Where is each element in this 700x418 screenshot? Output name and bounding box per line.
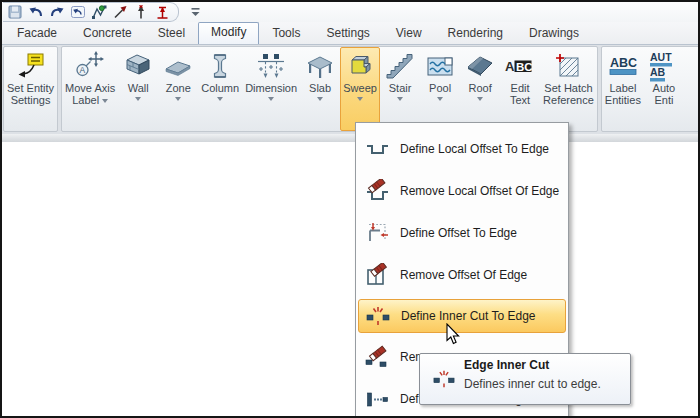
stair-button[interactable]: Stair xyxy=(380,47,420,131)
dimension-icon xyxy=(255,50,287,82)
column-icon xyxy=(204,50,236,82)
slab-icon xyxy=(304,50,336,82)
ribbon-button-label: Sweep xyxy=(343,82,377,94)
auto-label-entities-icon: AUTAB xyxy=(648,50,680,82)
label-entities-icon: ABC xyxy=(607,50,639,82)
menu-item-define-inner-cut[interactable]: Define Inner Cut To Edge xyxy=(358,299,566,333)
dropdown-arrow-icon xyxy=(357,97,363,101)
wall-button[interactable]: Wall xyxy=(118,47,158,131)
dropdown-arrow-icon xyxy=(175,97,181,101)
dropdown-arrow-icon xyxy=(317,97,323,101)
tab-tools[interactable]: Tools xyxy=(259,23,313,44)
remove-offset-icon xyxy=(365,263,389,287)
tab-view[interactable]: View xyxy=(383,23,435,44)
ribbon-button-label: Set Entity xyxy=(7,82,54,94)
ribbon-button-label: Stair xyxy=(389,82,412,94)
menu-item-label: Define Inner Cut To Edge xyxy=(401,309,536,323)
ribbon-button-label: Dimension xyxy=(245,82,297,94)
set-hatch-reference-button[interactable]: Set Hatch Reference xyxy=(540,47,597,131)
ribbon-tab-bar: Facade Concrete Steel Modify Tools Setti… xyxy=(2,22,698,44)
ribbon-button-label: Pool xyxy=(429,82,451,94)
slab-button[interactable]: Slab xyxy=(300,47,340,131)
ribbon-group-entity: Set Entity Settings xyxy=(3,46,58,132)
ribbon-group-labels: ABC Label Entities AUTAB Auto Enti xyxy=(601,46,700,132)
end-cut-icon xyxy=(365,387,389,411)
menu-item-label: Remove Local Offset Of Edge xyxy=(400,184,559,198)
save-icon[interactable] xyxy=(6,4,23,20)
ribbon-button-label: Column xyxy=(201,82,239,94)
inner-cut-icon xyxy=(366,304,390,328)
column-button[interactable]: Column xyxy=(198,47,242,131)
ribbon-button-label: Zone xyxy=(166,82,191,94)
pool-icon xyxy=(424,50,456,82)
ribbon-group-modify-tools: A Move Axis Label Wall Zone xyxy=(61,46,598,132)
quick-access-group xyxy=(3,2,179,22)
ribbon: Set Entity Settings A Move Axis Label Wa… xyxy=(2,44,698,134)
tab-drawings[interactable]: Drawings xyxy=(516,23,592,44)
menu-item-remove-offset[interactable]: Remove Offset Of Edge xyxy=(356,254,568,296)
tab-rendering[interactable]: Rendering xyxy=(435,23,516,44)
set-entity-settings-button[interactable]: Set Entity Settings xyxy=(4,47,57,131)
local-offset-icon xyxy=(365,137,389,161)
entity-settings-icon xyxy=(15,50,47,82)
dimension-button[interactable]: Dimension xyxy=(242,47,300,131)
ribbon-button-label: Move Axis xyxy=(65,82,115,94)
svg-text:BC: BC xyxy=(516,61,533,73)
wall-icon xyxy=(122,50,154,82)
ribbon-button-label: Text xyxy=(510,94,530,106)
ribbon-button-label: Edit xyxy=(511,82,530,94)
sweep-button[interactable]: Sweep xyxy=(340,47,380,131)
svg-text:AB: AB xyxy=(650,66,666,78)
menu-item-define-offset[interactable]: Define Offset To Edge xyxy=(356,212,568,254)
edit-text-icon: ABC xyxy=(504,50,536,82)
mouse-cursor xyxy=(446,323,461,346)
label-entities-button[interactable]: ABC Label Entities xyxy=(602,47,644,131)
set-hatch-reference-icon xyxy=(552,50,584,82)
tab-steel[interactable]: Steel xyxy=(145,23,198,44)
ribbon-button-label: Set Hatch xyxy=(544,82,592,94)
snap-node-icon[interactable] xyxy=(132,4,149,20)
tab-facade[interactable]: Facade xyxy=(4,23,70,44)
dropdown-arrow-icon xyxy=(437,97,443,101)
app-window: Facade Concrete Steel Modify Tools Setti… xyxy=(0,0,700,418)
dropdown-arrow-icon xyxy=(397,97,403,101)
dropdown-arrow-icon xyxy=(268,97,274,101)
dimension-red-icon[interactable] xyxy=(153,4,170,20)
tab-settings[interactable]: Settings xyxy=(313,23,382,44)
svg-text:ABC: ABC xyxy=(610,56,637,70)
redo-icon[interactable] xyxy=(48,4,65,20)
zone-icon xyxy=(162,50,194,82)
inner-cut-icon xyxy=(424,358,464,400)
ribbon-button-label: Entities xyxy=(605,94,641,106)
menu-item-remove-local-offset[interactable]: Remove Local Offset Of Edge xyxy=(356,170,568,212)
tooltip-description: Defines inner cut to edge. xyxy=(464,377,626,400)
offset-icon xyxy=(365,221,389,245)
ribbon-button-label: Label xyxy=(609,82,636,94)
snap-arrow-icon[interactable] xyxy=(111,4,128,20)
auto-label-entities-button[interactable]: AUTAB Auto Enti xyxy=(644,47,684,131)
edit-text-button[interactable]: ABC Edit Text xyxy=(500,47,540,131)
ribbon-button-label: Wall xyxy=(128,82,149,94)
dropdown-arrow-icon xyxy=(477,97,483,101)
toolbar-options-icon[interactable] xyxy=(188,5,202,19)
stair-icon xyxy=(384,50,416,82)
menu-item-label: Define Offset To Edge xyxy=(400,226,517,240)
dropdown-arrow-icon xyxy=(217,97,223,101)
pool-button[interactable]: Pool xyxy=(420,47,460,131)
undo-box-icon[interactable] xyxy=(69,4,86,20)
edit-points-icon[interactable] xyxy=(90,4,107,20)
tab-modify[interactable]: Modify xyxy=(198,22,259,44)
ribbon-button-label: Settings xyxy=(11,94,51,106)
ribbon-button-label: Roof xyxy=(468,82,491,94)
tab-concrete[interactable]: Concrete xyxy=(70,23,145,44)
ribbon-button-label: Enti xyxy=(654,94,673,106)
move-axis-label-button[interactable]: A Move Axis Label xyxy=(62,47,118,131)
undo-icon[interactable] xyxy=(27,4,44,20)
move-axis-label-icon: A xyxy=(74,50,106,82)
svg-text:AUT: AUT xyxy=(650,51,672,63)
menu-item-label: Define Local Offset To Edge xyxy=(400,142,549,156)
zone-button[interactable]: Zone xyxy=(158,47,198,131)
svg-text:A: A xyxy=(80,65,86,75)
menu-item-define-local-offset[interactable]: Define Local Offset To Edge xyxy=(356,128,568,170)
roof-button[interactable]: Roof xyxy=(460,47,500,131)
